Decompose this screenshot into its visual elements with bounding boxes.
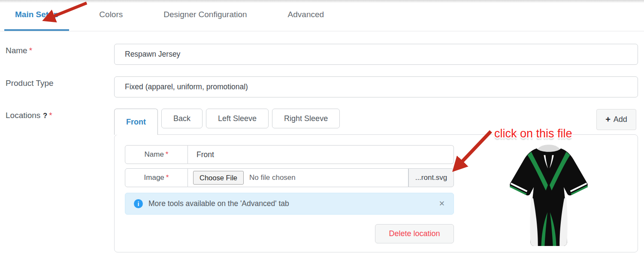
name-label: Name*: [6, 46, 32, 55]
annotation-click-on-this-file: click on this file: [494, 127, 572, 140]
current-file-badge[interactable]: ...ront.svg: [408, 168, 454, 187]
add-button-label: Add: [614, 115, 627, 124]
add-location-button[interactable]: + Add: [596, 109, 636, 130]
tab-advanced[interactable]: Advanced: [277, 0, 335, 31]
location-tab-left-sleeve[interactable]: Left Sleeve: [206, 109, 269, 128]
location-tab-back[interactable]: Back: [161, 109, 203, 128]
close-icon[interactable]: ✕: [439, 199, 445, 208]
location-name-row: Name*: [125, 145, 454, 164]
locations-help-icon[interactable]: ?: [43, 112, 47, 119]
info-alert: i More tools available on the 'Advanced'…: [125, 193, 454, 215]
locations-label: Locations?*: [6, 111, 52, 120]
location-name-input[interactable]: [188, 145, 454, 164]
name-label-text: Name: [6, 46, 27, 55]
main-tab-bar: Main Setup Colors Designer Configuration…: [0, 0, 644, 31]
file-input[interactable]: Choose File No file chosen: [188, 168, 408, 187]
required-asterisk: *: [29, 46, 32, 55]
alert-message: More tools available on the 'Advanced' t…: [148, 199, 289, 208]
location-image-label: Image*: [125, 168, 188, 187]
location-image-label-text: Image: [144, 173, 164, 182]
required-asterisk: *: [166, 173, 169, 182]
location-tab-front[interactable]: Front: [114, 109, 158, 135]
choose-file-button[interactable]: Choose File: [193, 171, 244, 185]
product-type-label: Product Type: [6, 79, 54, 88]
location-tab-bar: Front Back Left Sleeve Right Sleeve: [114, 109, 340, 135]
required-asterisk: *: [166, 150, 169, 159]
file-status-text: No file chosen: [249, 173, 296, 182]
product-type-value: Fixed (apparel, uniform, promotional): [125, 82, 248, 91]
plus-icon: +: [605, 115, 611, 124]
location-tab-right-sleeve[interactable]: Right Sleeve: [272, 109, 340, 128]
tab-main-setup[interactable]: Main Setup: [4, 0, 69, 31]
tab-designer-configuration[interactable]: Designer Configuration: [153, 0, 257, 31]
locations-label-text: Locations: [6, 111, 40, 120]
info-icon: i: [134, 199, 143, 208]
product-type-select[interactable]: Fixed (apparel, uniform, promotional): [114, 76, 638, 97]
location-image-row: Image* Choose File No file chosen ...ron…: [125, 168, 454, 187]
jersey-preview-image: [507, 143, 591, 248]
required-asterisk: *: [49, 111, 52, 120]
location-name-label-text: Name: [145, 150, 164, 159]
delete-location-button[interactable]: Delete location: [375, 224, 454, 243]
location-name-label: Name*: [125, 145, 188, 164]
location-panel: Name* Image* Choose File No file chosen …: [114, 134, 638, 252]
product-name-input[interactable]: [114, 44, 638, 65]
tab-colors[interactable]: Colors: [88, 0, 133, 31]
